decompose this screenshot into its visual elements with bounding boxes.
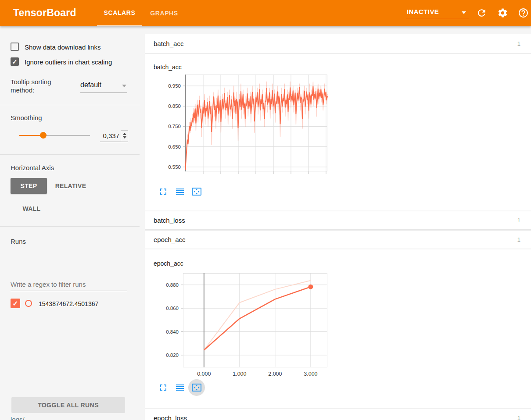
tensorboard-app: TensorBoard SCALARS GRAPHS INACTIVE Show…	[0, 0, 531, 420]
chart-title: epoch_acc	[154, 260, 183, 267]
svg-text:0.000: 0.000	[197, 371, 211, 377]
refresh-icon[interactable]	[476, 7, 487, 18]
ignore-outliers-label: Ignore outliers in chart scaling	[25, 58, 112, 66]
smoothing-slider-fill	[19, 135, 43, 136]
smoothing-stepper[interactable]	[121, 130, 128, 141]
toggle-all-runs-label: TOGGLE ALL RUNS	[38, 402, 99, 409]
expand-chart-icon[interactable]	[158, 186, 169, 197]
chart-toolbar	[158, 382, 202, 393]
section-body-batch-acc: batch_acc 0.5500.6500.7500.8500.950	[145, 54, 531, 210]
divider	[0, 226, 140, 227]
axis-step-button[interactable]: STEP	[11, 178, 47, 194]
section-title: batch_loss	[154, 217, 185, 224]
runs-label: Runs	[11, 238, 26, 245]
section-header-epoch-loss[interactable]: epoch_loss 1	[145, 408, 531, 420]
tab-scalars-label: SCALARS	[104, 9, 136, 16]
chevron-down-icon	[462, 11, 466, 14]
show-download-links-checkbox[interactable]	[11, 43, 19, 51]
tooltip-sorting-dropdown[interactable]: default	[80, 81, 127, 93]
tab-scalars[interactable]: SCALARS	[97, 0, 142, 26]
smoothing-slider[interactable]	[19, 135, 90, 136]
fit-domain-icon[interactable]	[191, 186, 202, 197]
dropdown-underline	[80, 93, 127, 93]
svg-text:1.000: 1.000	[233, 371, 246, 377]
svg-text:0.860: 0.860	[166, 306, 179, 311]
show-download-links-label: Show data download links	[25, 43, 100, 51]
status-dropdown-value: INACTIVE	[407, 8, 439, 15]
tooltip-sorting-label: Tooltip sorting method:	[11, 78, 76, 94]
smoothing-value-input[interactable]	[100, 130, 119, 141]
tooltip-sorting-value: default	[80, 81, 101, 89]
axis-step-label: STEP	[21, 182, 37, 189]
section-body-epoch-acc: epoch_acc 0.8200.8400.8600.8800.0001.000…	[145, 249, 531, 408]
run-checkbox[interactable]: ✓	[11, 299, 20, 308]
section-header-batch-loss[interactable]: batch_loss 1	[145, 211, 531, 230]
run-name: 1543874672.4501367	[39, 300, 98, 307]
run-color-indicator[interactable]	[25, 300, 32, 307]
chart-toolbar	[158, 186, 202, 197]
chevron-down-icon	[122, 85, 126, 87]
app-header: TensorBoard SCALARS GRAPHS INACTIVE	[0, 0, 531, 26]
section-header-epoch-acc[interactable]: epoch_acc 1	[145, 230, 531, 249]
epoch-acc-chart[interactable]: 0.8200.8400.8600.8800.0001.0002.0003.000	[183, 273, 327, 367]
section-count: 1	[517, 415, 520, 420]
horizontal-axis-label: Horizontal Axis	[11, 164, 54, 171]
fit-domain-icon[interactable]	[191, 382, 202, 393]
section-title: batch_acc	[154, 40, 183, 47]
section-count: 1	[517, 236, 520, 243]
batch-acc-chart[interactable]: 0.5500.6500.7500.8500.950	[185, 75, 327, 171]
svg-text:0.750: 0.750	[168, 124, 181, 129]
axis-relative-label: RELATIVE	[55, 182, 86, 189]
axis-wall-label: WALL	[23, 205, 41, 212]
svg-text:3.000: 3.000	[304, 371, 317, 377]
smoothing-label: Smoothing	[11, 114, 42, 121]
svg-text:0.950: 0.950	[168, 83, 181, 89]
svg-text:0.550: 0.550	[168, 164, 181, 170]
app-title: TensorBoard	[13, 7, 76, 19]
stepper-down-icon[interactable]	[123, 136, 126, 139]
help-icon[interactable]	[518, 7, 529, 18]
svg-text:0.840: 0.840	[166, 329, 179, 335]
log-scale-icon[interactable]	[175, 382, 185, 393]
tab-graphs-label: GRAPHS	[150, 10, 178, 17]
section-title: epoch_loss	[154, 414, 187, 420]
svg-text:0.880: 0.880	[166, 282, 179, 288]
status-dropdown[interactable]: INACTIVE	[406, 5, 469, 19]
sidebar: Show data download links ✓ Ignore outlie…	[0, 26, 140, 420]
runs-directory-label: logs/	[11, 416, 25, 420]
chart-title: batch_acc	[154, 64, 182, 71]
toggle-all-runs-button[interactable]: TOGGLE ALL RUNS	[11, 397, 125, 413]
log-scale-icon[interactable]	[175, 186, 185, 197]
section-title: epoch_acc	[154, 236, 186, 243]
ignore-outliers-checkbox[interactable]: ✓	[11, 57, 19, 66]
section-header-batch-acc[interactable]: batch_acc 1	[145, 34, 531, 53]
expand-chart-icon[interactable]	[158, 382, 169, 393]
tab-graphs[interactable]: GRAPHS	[145, 0, 183, 26]
divider	[0, 154, 140, 155]
svg-text:0.820: 0.820	[166, 352, 179, 358]
svg-text:0.850: 0.850	[168, 103, 181, 109]
svg-text:0.650: 0.650	[168, 144, 181, 149]
axis-relative-button[interactable]: RELATIVE	[51, 178, 90, 194]
divider	[0, 105, 140, 105]
runs-filter-input[interactable]	[11, 278, 127, 291]
stepper-up-icon[interactable]	[123, 133, 126, 135]
section-count: 1	[517, 217, 520, 224]
smoothing-value-box	[100, 130, 128, 142]
smoothing-slider-thumb[interactable]	[40, 132, 47, 139]
section-count: 1	[517, 40, 520, 47]
gear-icon[interactable]	[497, 7, 508, 18]
axis-wall-button[interactable]: WALL	[15, 201, 48, 217]
svg-text:2.000: 2.000	[268, 371, 282, 377]
